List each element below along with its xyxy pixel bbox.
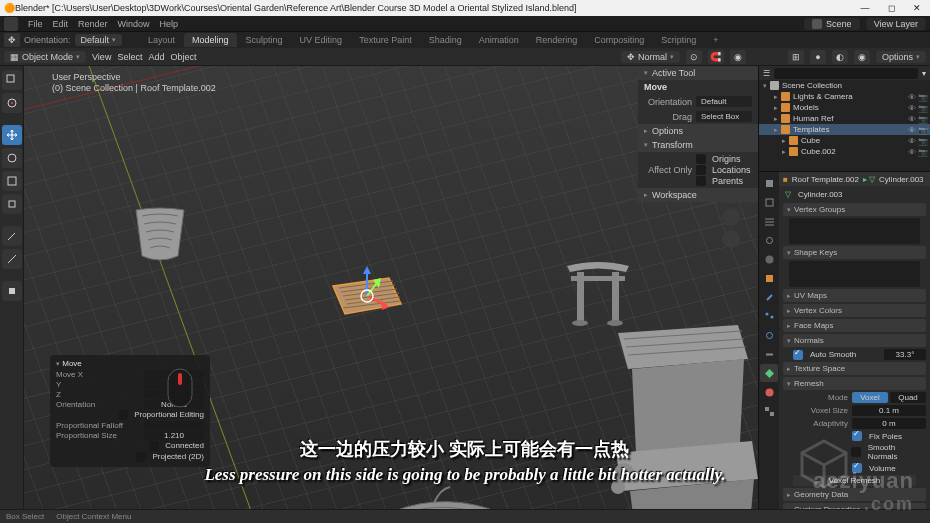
remesh-quad[interactable]: Quad xyxy=(890,392,926,403)
panel-shape-keys[interactable]: ▾Shape Keys xyxy=(783,246,926,259)
voxel-size[interactable]: 0.1 m xyxy=(852,405,926,416)
prop-tab-output[interactable] xyxy=(760,193,778,211)
tool-transform[interactable] xyxy=(2,194,22,214)
close-button[interactable]: ✕ xyxy=(908,2,926,14)
outliner-root[interactable]: ▾Scene Collection xyxy=(759,80,930,91)
tool-scale[interactable] xyxy=(2,171,22,191)
outliner-item[interactable]: ▸Cube👁📷 xyxy=(759,135,930,146)
active-tool-drag[interactable]: Select Box xyxy=(696,111,752,122)
maximize-button[interactable]: ◻ xyxy=(882,2,900,14)
prop-tab-data[interactable] xyxy=(760,364,778,382)
orientation-dropdown[interactable]: Default▾ xyxy=(75,34,123,46)
mesh-name-field[interactable]: Cylinder.003 xyxy=(794,190,842,199)
outliner-filter-icon[interactable]: ▾ xyxy=(922,69,926,78)
panel-normals[interactable]: ▾Normals xyxy=(783,334,926,347)
viewlayer-selector[interactable]: View Layer xyxy=(866,18,926,30)
panel-texture-space[interactable]: ▸Texture Space xyxy=(783,362,926,375)
transform-orientation[interactable]: ✥ Normal ▾ xyxy=(621,51,680,63)
panel-face-maps[interactable]: ▸Face Maps xyxy=(783,319,926,332)
properties-breadcrumb: ■Roof Template.002 ▸ ▽Cylinder.003 xyxy=(779,172,930,186)
ortho-icon[interactable] xyxy=(722,230,740,248)
menu-file[interactable]: File xyxy=(28,19,43,29)
workspace-tab-layout[interactable]: Layout xyxy=(140,33,183,47)
prop-tab-material[interactable] xyxy=(760,383,778,401)
prop-tab-constraint[interactable] xyxy=(760,345,778,363)
prop-tab-modifier[interactable] xyxy=(760,288,778,306)
object-shrine[interactable] xyxy=(588,323,758,523)
remesh-voxel[interactable]: Voxel xyxy=(852,392,888,403)
prop-tab-world[interactable] xyxy=(760,250,778,268)
menu-add[interactable]: Add xyxy=(148,52,164,62)
panel-vertex-groups[interactable]: ▾Vertex Groups xyxy=(783,203,926,216)
shading-rendered-icon[interactable]: ◉ xyxy=(854,50,870,64)
auto-smooth-check[interactable] xyxy=(793,350,803,360)
prop-tab-scene[interactable] xyxy=(760,231,778,249)
panel-remesh[interactable]: ▾Remesh xyxy=(783,377,926,390)
menu-help[interactable]: Help xyxy=(160,19,179,29)
workspace-tab-texturepaint[interactable]: Texture Paint xyxy=(351,33,420,47)
workspace-tab-compositing[interactable]: Compositing xyxy=(586,33,652,47)
outliner-search[interactable] xyxy=(774,68,918,79)
tool-move[interactable] xyxy=(2,125,22,145)
outliner-item[interactable]: ▸Lights & Camera👁📷 xyxy=(759,91,930,102)
proportional-icon[interactable]: ◉ xyxy=(730,50,746,64)
menu-select[interactable]: Select xyxy=(117,52,142,62)
outliner-item[interactable]: ▸Human Ref👁📷 xyxy=(759,113,930,124)
options-dropdown[interactable]: Options ▾ xyxy=(876,51,926,63)
auto-smooth-angle[interactable]: 33.3° xyxy=(884,349,926,360)
prop-tab-viewlayer[interactable] xyxy=(760,212,778,230)
menu-edit[interactable]: Edit xyxy=(53,19,69,29)
panel-uv-maps[interactable]: ▸UV Maps xyxy=(783,289,926,302)
workspace-tab-animation[interactable]: Animation xyxy=(471,33,527,47)
shading-wireframe-icon[interactable]: ⊞ xyxy=(788,50,804,64)
svg-point-47 xyxy=(765,255,773,263)
workspace-tab-scripting[interactable]: Scripting xyxy=(653,33,704,47)
tool-select-box[interactable] xyxy=(2,70,22,90)
prop-tab-texture[interactable] xyxy=(760,402,778,420)
outliner-item[interactable]: ▸Cube.002👁📷 xyxy=(759,146,930,157)
blender-icon[interactable] xyxy=(4,17,18,31)
object-roof-left[interactable] xyxy=(134,206,186,264)
scene-selector[interactable]: Scene xyxy=(804,18,860,30)
menu-window[interactable]: Window xyxy=(118,19,150,29)
orientation-label: Orientation: xyxy=(24,35,71,45)
camera-icon[interactable] xyxy=(722,208,740,226)
fix-poles-check[interactable] xyxy=(852,431,862,441)
workspace-add[interactable]: + xyxy=(705,33,726,47)
prop-tab-physics[interactable] xyxy=(760,326,778,344)
orientation-icon[interactable]: ✥ xyxy=(4,33,20,47)
workspace-tab-shading[interactable]: Shading xyxy=(421,33,470,47)
adaptivity[interactable]: 0 m xyxy=(852,418,926,429)
prop-tab-particle[interactable] xyxy=(760,307,778,325)
pivot-icon[interactable]: ⊙ xyxy=(686,50,702,64)
outliner-item[interactable]: ▸Models👁📷 xyxy=(759,102,930,113)
tool-add-cube[interactable] xyxy=(2,281,22,301)
object-torii-gate[interactable] xyxy=(563,256,633,326)
prop-tab-render[interactable] xyxy=(760,174,778,192)
svg-rect-6 xyxy=(9,288,15,294)
workspace-tab-modeling[interactable]: Modeling xyxy=(184,33,237,47)
svg-point-53 xyxy=(765,388,773,396)
shading-solid-icon[interactable]: ● xyxy=(810,50,826,64)
tool-cursor[interactable] xyxy=(2,93,22,113)
smooth-normals-check[interactable] xyxy=(851,447,861,457)
tool-annotate[interactable] xyxy=(2,226,22,246)
snap-icon[interactable]: 🧲 xyxy=(708,50,724,64)
menu-object[interactable]: Object xyxy=(170,52,196,62)
object-roof-template-selected[interactable] xyxy=(329,276,404,318)
tool-rotate[interactable] xyxy=(2,148,22,168)
workspace-tab-rendering[interactable]: Rendering xyxy=(528,33,586,47)
active-tool-orientation[interactable]: Default xyxy=(696,96,752,107)
panel-vertex-colors[interactable]: ▸Vertex Colors xyxy=(783,304,926,317)
workspace-tab-uvediting[interactable]: UV Editing xyxy=(292,33,351,47)
mode-selector[interactable]: ▦ Object Mode ▾ xyxy=(4,51,86,63)
menu-render[interactable]: Render xyxy=(78,19,108,29)
minimize-button[interactable]: — xyxy=(856,2,874,14)
workspace-tab-sculpting[interactable]: Sculpting xyxy=(238,33,291,47)
shading-material-icon[interactable]: ◐ xyxy=(832,50,848,64)
menu-view[interactable]: View xyxy=(92,52,111,62)
tool-measure[interactable] xyxy=(2,249,22,269)
outliner-item[interactable]: ▸Templates👁📷 xyxy=(759,124,930,135)
prop-tab-object[interactable] xyxy=(760,269,778,287)
outliner-mode-icon[interactable]: ☰ xyxy=(763,69,770,78)
